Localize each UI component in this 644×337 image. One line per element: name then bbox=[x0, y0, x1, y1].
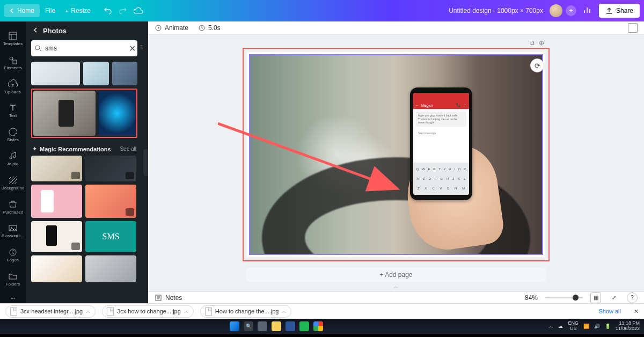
canvas-image[interactable]: ← Megan 📞 ⋮ hope you guys made it back s… bbox=[250, 55, 542, 254]
sidebar-title: Photos bbox=[43, 27, 67, 35]
design-page[interactable]: ← Megan 📞 ⋮ hope you guys made it back s… bbox=[247, 52, 545, 257]
duplicate-page-button[interactable]: ⧉ bbox=[530, 39, 535, 47]
duration-button[interactable]: 5.0s bbox=[198, 24, 221, 32]
taskbar-clock[interactable]: 11:18 PM 11/06/2022 bbox=[616, 321, 640, 332]
rail-uploads[interactable]: Uploads bbox=[0, 75, 26, 99]
rail-more[interactable]: ••• bbox=[0, 291, 26, 305]
tray-chevron-icon[interactable]: ︿ bbox=[548, 323, 553, 330]
photo-thumb[interactable] bbox=[31, 185, 82, 218]
photo-results: ✦ Magic Recommendations See all SMS bbox=[26, 62, 143, 303]
download-item[interactable]: 3cx headset integr....jpg︿ bbox=[5, 305, 96, 318]
photo-thumb[interactable] bbox=[83, 62, 108, 85]
rail-audio[interactable]: Audio bbox=[0, 147, 26, 171]
battery-icon[interactable]: 🔋 bbox=[605, 324, 611, 329]
photo-thumb[interactable] bbox=[85, 156, 136, 181]
zoom-value[interactable]: 84% bbox=[525, 294, 538, 302]
rail-folders[interactable]: Folders bbox=[0, 267, 26, 291]
home-button[interactable]: Home bbox=[4, 4, 40, 17]
annotation-highlight bbox=[31, 89, 137, 138]
language-indicator[interactable]: ENG US bbox=[568, 321, 579, 332]
rail-text[interactable]: Text bbox=[0, 99, 26, 123]
sidebar-header: Photos bbox=[26, 21, 143, 40]
search-input[interactable] bbox=[42, 45, 129, 52]
zoom-slider[interactable] bbox=[545, 297, 583, 298]
grid-view-button[interactable]: ▦ bbox=[590, 292, 601, 303]
rail-blossom[interactable]: Blossom I... bbox=[0, 219, 26, 243]
resize-menu[interactable]: Resize bbox=[65, 7, 91, 14]
rail-logos[interactable]: Logos bbox=[0, 243, 26, 267]
back-button[interactable] bbox=[32, 27, 39, 35]
share-button[interactable]: Share bbox=[599, 4, 640, 18]
notes-button[interactable]: Notes bbox=[155, 294, 182, 302]
page-scroll-indicator: ︿ bbox=[148, 282, 644, 291]
rail-styles[interactable]: Styles bbox=[0, 123, 26, 147]
file-menu[interactable]: File bbox=[45, 7, 55, 14]
rail-purchased[interactable]: Purchased bbox=[0, 195, 26, 219]
photo-thumb-sms[interactable]: SMS bbox=[85, 221, 136, 252]
chat-contact-name: Megan bbox=[421, 104, 454, 107]
search-input-wrap: ✕ bbox=[31, 40, 137, 56]
help-button[interactable]: ? bbox=[627, 292, 638, 303]
refresh-image-button[interactable]: ⟳ bbox=[530, 58, 544, 72]
document-title[interactable]: Untitled design - 1000px × 700px bbox=[449, 7, 543, 14]
folder-icon bbox=[8, 223, 18, 233]
magic-recommendations-header: ✦ Magic Recommendations See all bbox=[31, 141, 137, 156]
photo-thumb[interactable] bbox=[85, 185, 136, 218]
photo-thumb[interactable] bbox=[85, 255, 136, 282]
animate-button[interactable]: Animate bbox=[155, 24, 188, 32]
see-all-button[interactable]: See all bbox=[120, 146, 136, 152]
photo-thumb[interactable] bbox=[31, 156, 82, 181]
download-item[interactable]: 3cx how to change....jpg︿ bbox=[102, 305, 194, 318]
photo-thumb[interactable] bbox=[31, 255, 82, 282]
rail-templates[interactable]: Templates bbox=[0, 27, 26, 51]
rail-elements[interactable]: Elements bbox=[0, 51, 26, 75]
photo-thumb[interactable] bbox=[112, 62, 137, 85]
insights-button[interactable] bbox=[583, 6, 591, 16]
rail-label: Background bbox=[0, 186, 26, 191]
taskbar-word[interactable] bbox=[286, 321, 295, 331]
position-button[interactable] bbox=[628, 23, 638, 33]
taskbar-spotify[interactable] bbox=[299, 321, 309, 331]
tray-onedrive-icon[interactable]: ☁ bbox=[558, 324, 563, 329]
chat-back-icon: ← bbox=[415, 104, 419, 107]
pro-badge-icon bbox=[126, 172, 134, 179]
clear-search-button[interactable]: ✕ bbox=[129, 43, 136, 54]
photo-thumb[interactable] bbox=[99, 91, 135, 136]
fullscreen-button[interactable]: ⤢ bbox=[609, 292, 619, 303]
undo-button[interactable] bbox=[100, 3, 115, 18]
close-download-shelf[interactable]: ✕ bbox=[634, 308, 639, 315]
rail-label: Styles bbox=[0, 138, 26, 143]
redo-button[interactable] bbox=[115, 3, 130, 18]
wifi-icon[interactable]: 📶 bbox=[583, 324, 589, 329]
photo-thumb-selected[interactable] bbox=[33, 91, 96, 136]
add-page-button[interactable]: + Add page bbox=[246, 268, 546, 282]
sidebar-collapse-handle[interactable] bbox=[143, 149, 148, 176]
add-collaborator-button[interactable]: + bbox=[566, 5, 576, 16]
photo-thumb[interactable] bbox=[31, 62, 80, 85]
svg-point-5 bbox=[10, 249, 16, 255]
volume-icon[interactable]: 🔊 bbox=[594, 324, 600, 329]
taskbar-search[interactable]: 🔍 bbox=[244, 321, 253, 331]
taskbar-chrome[interactable] bbox=[313, 321, 323, 331]
add-page-inline-button[interactable]: ⊕ bbox=[539, 39, 544, 47]
bar-chart-icon bbox=[583, 6, 591, 14]
show-all-downloads[interactable]: Show all bbox=[598, 308, 621, 314]
page-actions: ⧉ ⊕ bbox=[530, 39, 544, 47]
photo-thumb[interactable] bbox=[31, 221, 82, 252]
rail-label: Text bbox=[0, 114, 26, 119]
folders-icon bbox=[8, 272, 18, 281]
rail-label: Folders bbox=[0, 282, 26, 287]
background-icon bbox=[8, 175, 18, 185]
avatar[interactable] bbox=[550, 4, 562, 17]
rail-background[interactable]: Background bbox=[0, 171, 26, 195]
purchased-icon bbox=[8, 200, 18, 209]
sidebar-collapse-area bbox=[143, 21, 148, 303]
selected-image-frame[interactable]: ← Megan 📞 ⋮ hope you guys made it back s… bbox=[249, 54, 543, 255]
audio-icon bbox=[8, 151, 18, 161]
taskbar-taskview[interactable] bbox=[258, 321, 267, 331]
cloud-save-button[interactable] bbox=[130, 3, 145, 18]
download-item[interactable]: How to change the....jpg︿ bbox=[200, 305, 292, 318]
taskbar-explorer[interactable] bbox=[272, 321, 281, 331]
canvas-stage[interactable]: ⧉ ⊕ ← Megan bbox=[148, 35, 644, 265]
start-button[interactable] bbox=[230, 321, 239, 331]
